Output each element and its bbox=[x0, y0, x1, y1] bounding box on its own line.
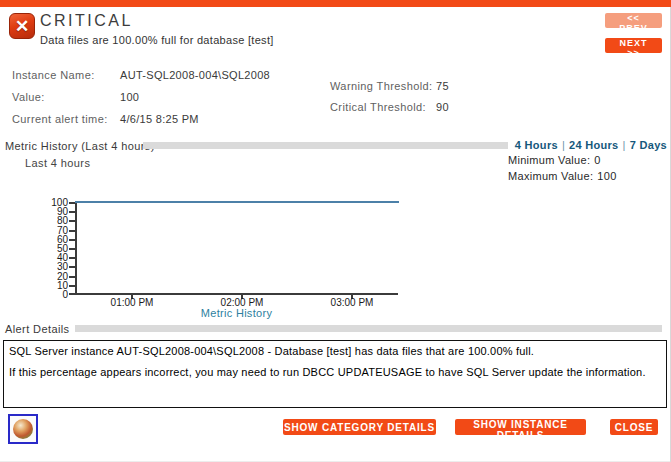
range-links: 4 Hours|24 Hours|7 Days bbox=[515, 139, 667, 151]
maximum-value: 100 bbox=[593, 170, 616, 182]
value-value: 100 bbox=[120, 91, 139, 103]
prev-alert-button[interactable]: << PREV bbox=[605, 13, 662, 28]
alert-details-line: SQL Server instance AUT-SQL2008-004\SQL2… bbox=[9, 345, 661, 357]
next-alert-button[interactable]: NEXT >> bbox=[605, 38, 662, 53]
alert-details-line: If this percentage appears incorrect, yo… bbox=[9, 366, 661, 378]
alert-dialog: ✕ CRITICAL Data files are 100.00% full f… bbox=[0, 0, 671, 462]
app-globe-icon-button[interactable] bbox=[8, 414, 38, 444]
minimum-value: 0 bbox=[590, 154, 600, 166]
current-alert-time-label: Current alert time: bbox=[12, 113, 108, 125]
alert-details-box: SQL Server instance AUT-SQL2008-004\SQL2… bbox=[3, 340, 667, 408]
value-label: Value: bbox=[12, 91, 45, 103]
instance-name-value: AUT-SQL2008-004\SQL2008 bbox=[120, 69, 270, 81]
chart-caption: Metric History bbox=[75, 307, 398, 319]
alert-severity-title: CRITICAL bbox=[40, 12, 133, 30]
show-category-details-button[interactable]: SHOW CATEGORY DETAILS bbox=[283, 419, 436, 435]
top-accent-bar bbox=[0, 0, 671, 7]
critical-threshold-value: 90 bbox=[436, 101, 449, 113]
link-separator: | bbox=[619, 139, 630, 151]
critical-error-icon: ✕ bbox=[9, 13, 35, 39]
close-button[interactable]: CLOSE bbox=[610, 419, 658, 435]
alert-details-divider bbox=[75, 325, 662, 332]
link-separator: | bbox=[558, 139, 569, 151]
show-instance-details-button[interactable]: SHOW INSTANCE DETAILS bbox=[455, 419, 586, 435]
chart-subtitle: Last 4 hours bbox=[25, 157, 90, 169]
maximum-value-row: Maximum Value:100 bbox=[508, 170, 617, 182]
x-glyph: ✕ bbox=[15, 18, 29, 35]
critical-threshold-label: Critical Threshold: bbox=[330, 101, 426, 113]
range-link-4-hours[interactable]: 4 Hours bbox=[515, 139, 558, 151]
series-line-at-100 bbox=[75, 201, 399, 203]
plot-area bbox=[75, 203, 398, 295]
minimum-value-row: Minimum Value:0 bbox=[508, 154, 601, 166]
alert-message: Data files are 100.00% full for database… bbox=[40, 34, 274, 46]
minimum-value-label: Minimum Value: bbox=[508, 154, 590, 166]
instance-name-label: Instance Name: bbox=[12, 69, 95, 81]
metric-history-section-title: Metric History (Last 4 hours) bbox=[5, 140, 155, 152]
alert-details-section-title: Alert Details bbox=[5, 323, 70, 335]
globe-sphere-icon bbox=[13, 419, 33, 439]
current-alert-time-value: 4/6/15 8:25 PM bbox=[120, 113, 199, 125]
range-link-7-days[interactable]: 7 Days bbox=[630, 139, 667, 151]
warning-threshold-label: Warning Threshold: bbox=[330, 80, 433, 92]
maximum-value-label: Maximum Value: bbox=[508, 170, 593, 182]
y-tick-label: 0 bbox=[40, 289, 68, 300]
warning-threshold-value: 75 bbox=[436, 80, 449, 92]
metric-history-divider bbox=[143, 142, 508, 149]
range-link-24-hours[interactable]: 24 Hours bbox=[569, 139, 618, 151]
